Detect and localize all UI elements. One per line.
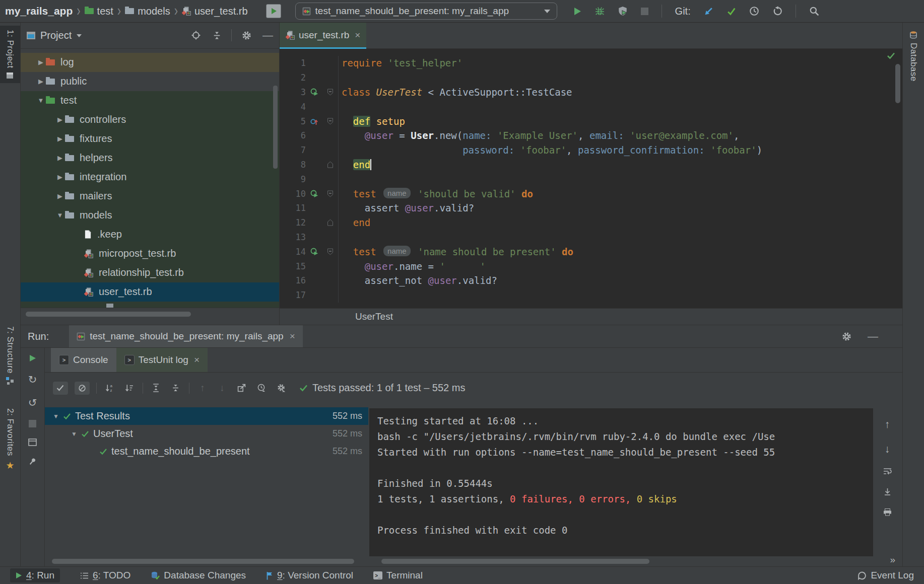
tool-window-database-button[interactable]: Database	[903, 27, 924, 86]
debug-button[interactable]	[595, 7, 605, 16]
hide-passed-button[interactable]	[53, 382, 68, 395]
soft-wrap-button[interactable]	[883, 468, 892, 475]
tree-item-public[interactable]: ▶public	[21, 72, 279, 91]
code-line-10[interactable]: 10 test name 'should be valid' do	[280, 186, 902, 201]
scroll-down-button[interactable]: ↓	[885, 443, 890, 455]
more-options-icon[interactable]: »	[890, 554, 895, 565]
previous-failed-test-button[interactable]: ↑	[196, 382, 209, 395]
close-icon[interactable]: ×	[355, 30, 360, 41]
toggle-auto-test-button[interactable]: ↺	[28, 397, 37, 409]
breadcrumb-class[interactable]: UserTest	[355, 311, 393, 322]
run-context-button[interactable]	[266, 4, 281, 18]
code-line-17[interactable]: 17	[280, 288, 902, 303]
editor-tab-user-test[interactable]: user_test.rb ×	[280, 23, 366, 49]
fold-marker-icon[interactable]	[323, 219, 338, 226]
hide-panel-button[interactable]: —	[262, 29, 273, 41]
tree-item-controllers[interactable]: ▶controllers	[21, 110, 279, 129]
test-settings-button[interactable]	[275, 382, 288, 395]
run-button[interactable]	[572, 7, 582, 16]
test-tree-row-test-name-should-be-present[interactable]: test_name_should_be_present552 ms	[45, 443, 368, 460]
rerun-failed-tests-button[interactable]: ↻	[28, 374, 37, 386]
code-line-12[interactable]: 12 end	[280, 215, 902, 230]
tree-item-fixtures[interactable]: ▶fixtures	[21, 129, 279, 149]
project-panel-title[interactable]: Project	[40, 30, 72, 41]
status-database-changes-button[interactable]: Database Changes	[151, 570, 246, 581]
test-tree-row-UserTest[interactable]: ▼UserTest552 ms	[45, 425, 368, 443]
rollback-button[interactable]	[772, 6, 782, 16]
horizontal-scrollbar[interactable]	[26, 312, 191, 317]
inspections-ok-icon[interactable]	[887, 52, 895, 59]
tab-console[interactable]: > Console	[51, 348, 116, 372]
code-line-8[interactable]: 8 end	[280, 158, 902, 172]
chevron-right-icon[interactable]: ▶	[55, 116, 65, 123]
chevron-down-icon[interactable]: ▼	[36, 97, 46, 104]
fold-marker-icon[interactable]	[323, 190, 338, 197]
tree-item-models[interactable]: ▼models	[21, 206, 279, 225]
status-terminal-button[interactable]: >_ Terminal	[373, 570, 423, 581]
chevron-right-icon[interactable]: ▶	[55, 154, 65, 162]
chevron-down-icon[interactable]	[77, 34, 82, 37]
code-line-1[interactable]: 1require 'test_helper'	[280, 56, 902, 70]
fold-marker-icon[interactable]	[323, 248, 338, 255]
fold-marker-icon[interactable]	[323, 118, 338, 125]
test-tree-row-Test-Results[interactable]: ▼Test Results552 ms	[45, 407, 368, 425]
stop-button[interactable]	[641, 8, 648, 15]
restore-layout-button[interactable]	[28, 439, 37, 446]
close-icon[interactable]: ×	[194, 354, 200, 366]
tree-item--keep[interactable]: .keep	[21, 225, 279, 244]
breadcrumb-project[interactable]: my_rails_app	[5, 5, 73, 17]
tree-item-mailers[interactable]: ▶mailers	[21, 187, 279, 206]
git-update-button[interactable]	[704, 7, 713, 16]
console-output[interactable]: Testing started at 16:08 ...bash -c "/Us…	[369, 408, 873, 556]
collapse-all-button[interactable]	[169, 382, 182, 395]
tree-item-user-test-rb[interactable]: user_test.rb	[21, 282, 279, 302]
status-version-control-button[interactable]: 9: Version Control	[266, 570, 353, 581]
run-with-coverage-button[interactable]	[618, 6, 628, 16]
export-test-results-button[interactable]	[235, 382, 248, 395]
tool-window-favorites-button[interactable]: 2: Favorites ★	[0, 404, 20, 475]
run-test-gutter-icon[interactable]	[306, 248, 323, 256]
fold-marker-icon[interactable]	[323, 161, 338, 168]
breadcrumb-file[interactable]: user_test.rb	[182, 6, 248, 17]
breadcrumb-models[interactable]: models	[125, 6, 170, 17]
tool-window-project-button[interactable]: 1: Project	[0, 26, 20, 83]
project-settings-button[interactable]	[242, 31, 251, 40]
code-line-3[interactable]: 3class UserTest < ActiveSupport::TestCas…	[280, 85, 902, 100]
tree-item-helpers[interactable]: ▶helpers	[21, 149, 279, 168]
override-gutter-icon[interactable]	[306, 117, 323, 125]
stop-button[interactable]	[29, 420, 36, 427]
code-line-11[interactable]: 11 assert @user.valid?	[280, 201, 902, 215]
test-history-button[interactable]	[255, 382, 268, 395]
hide-panel-button[interactable]: —	[868, 330, 878, 342]
close-icon[interactable]: ×	[290, 331, 295, 342]
tree-item-relationship-test-rb[interactable]: relationship_test.rb	[21, 263, 279, 282]
chevron-down-icon[interactable]: ▼	[51, 413, 61, 420]
show-ignored-button[interactable]	[75, 382, 90, 395]
horizontal-scrollbar[interactable]	[381, 559, 649, 564]
locate-file-button[interactable]	[191, 31, 201, 40]
git-commit-button[interactable]	[727, 7, 736, 16]
code-line-9[interactable]: 9	[280, 172, 902, 186]
code-line-7[interactable]: 7 password: 'foobar', password_confirmat…	[280, 143, 902, 158]
vcs-history-button[interactable]	[749, 6, 759, 16]
tool-window-structure-button[interactable]: 7: Structure	[0, 322, 20, 389]
status-event-log-button[interactable]: Event Log	[857, 570, 914, 581]
code-line-16[interactable]: 16 assert_not @user.valid?	[280, 273, 902, 288]
next-failed-test-button[interactable]: ↓	[216, 382, 229, 395]
scroll-to-end-button[interactable]	[884, 488, 891, 496]
rerun-button[interactable]	[28, 354, 37, 362]
horizontal-scrollbar[interactable]	[52, 559, 354, 564]
editor-vertical-scrollbar[interactable]	[895, 64, 900, 103]
run-config-tab[interactable]: test_name_should_be_present: my_rails_ap…	[69, 325, 303, 347]
chevron-down-icon[interactable]: ▼	[55, 211, 65, 219]
tree-item-test[interactable]: ▼test	[21, 91, 279, 110]
chevron-right-icon[interactable]: ▶	[55, 192, 65, 200]
chevron-down-icon[interactable]: ▼	[69, 430, 79, 437]
fold-marker-icon[interactable]	[323, 89, 338, 96]
tab-testunit-log[interactable]: > TestUnit log ×	[116, 348, 208, 372]
sort-by-duration-button[interactable]	[123, 382, 136, 395]
code-line-6[interactable]: 6 @user = User.new(name: 'Example User',…	[280, 128, 902, 143]
status-todo-button[interactable]: 6: TODO	[80, 570, 130, 581]
code-line-5[interactable]: 5 def setup	[280, 114, 902, 128]
code-line-14[interactable]: 14 test name 'name should be present' do	[280, 244, 902, 259]
